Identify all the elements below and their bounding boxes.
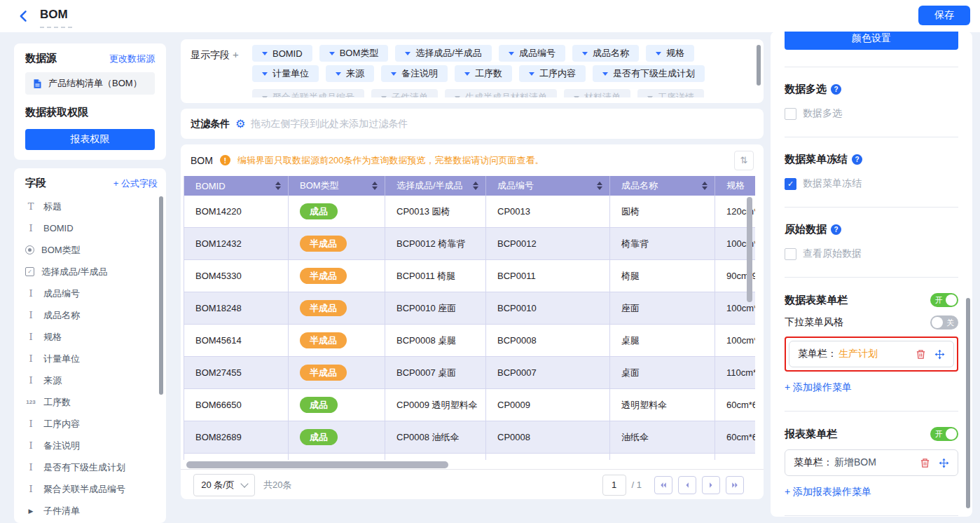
menu-item-value[interactable]: 生产计划 [838, 348, 878, 360]
add-report-menu-link[interactable]: + 添加报表操作菜单 [785, 486, 958, 498]
add-operation-menu-link[interactable]: + 添加操作菜单 [785, 381, 958, 394]
field-item[interactable]: I来源 [25, 369, 158, 391]
report-menu-toggle-on[interactable]: 开 [930, 427, 958, 441]
fields-scrollbar[interactable] [159, 196, 163, 395]
help-icon[interactable]: ? [831, 224, 841, 235]
column-header[interactable]: 选择成品/半成品 [385, 176, 486, 196]
table-row[interactable]: BOM14220成品CP0013 圆椅CP0013圆椅120cm* [184, 196, 755, 228]
move-icon[interactable] [934, 349, 945, 360]
menu-bar-item[interactable]: 菜单栏： 生产计划 [789, 341, 954, 367]
next-page-button[interactable] [702, 476, 720, 494]
field-item[interactable]: I备注说明 [25, 435, 158, 456]
save-button[interactable]: 保存 [918, 6, 970, 25]
chip-label: 规格 [666, 47, 684, 60]
field-item[interactable]: I工序内容 [25, 413, 158, 435]
sort-icon[interactable] [597, 179, 602, 193]
raw-data-checkbox-row[interactable]: 查看原始数据 [785, 247, 958, 260]
table-row[interactable]: BOM27455半成品BCP0007 桌面BCP0007桌面110cm* [184, 357, 755, 389]
field-item[interactable]: T标题 [25, 196, 158, 217]
table-row[interactable]: BOM12432半成品BCP0012 椅靠背BCP0012椅靠背100cm* [184, 228, 755, 260]
column-header[interactable]: 成品编号 [486, 176, 610, 196]
field-item[interactable]: I计量单位 [25, 348, 158, 369]
field-item[interactable]: IBOMID [25, 217, 158, 239]
sort-icon[interactable] [702, 179, 708, 193]
change-datasource-link[interactable]: 更改数据源 [109, 53, 155, 65]
column-header[interactable]: 规格 [715, 176, 755, 196]
field-item[interactable]: ✓选择成品/半成品 [25, 261, 158, 283]
last-page-button[interactable] [726, 476, 744, 494]
display-field-chip[interactable]: 材料清单 [564, 89, 630, 97]
table-row[interactable]: BOM66650成品CP0009 透明塑料伞CP0009透明塑料伞60cm*6 [184, 389, 755, 421]
sort-icon[interactable] [473, 179, 478, 193]
display-field-chip[interactable]: 成品编号 [499, 45, 565, 62]
table-cell [486, 454, 610, 460]
field-item[interactable]: I聚合关联半成品编号 [25, 478, 158, 500]
datasource-item[interactable]: 产品结构清单（BOM） [25, 72, 155, 95]
table-menu-toggle-on[interactable]: 开 [930, 293, 958, 307]
menu-item-value[interactable]: 新增BOM [834, 456, 876, 469]
chevron-down-icon [391, 72, 396, 79]
display-field-chip[interactable]: 工序数 [455, 65, 512, 82]
sort-icon[interactable] [372, 179, 378, 193]
help-icon[interactable]: ? [831, 84, 841, 95]
display-field-chip[interactable]: 来源 [326, 65, 374, 82]
table-row[interactable]: BOM82689成品CP0008 油纸伞CP0008油纸伞60cm*6 [184, 421, 755, 454]
page-number-input[interactable] [602, 475, 626, 496]
table-vertical-scrollbar[interactable] [747, 197, 752, 302]
multi-select-checkbox-row[interactable]: 数据多选 [785, 107, 958, 120]
field-item[interactable]: I成品名称 [25, 304, 158, 326]
field-item[interactable]: I是否有下级生成计划 [25, 456, 158, 478]
prev-page-button[interactable] [678, 476, 696, 494]
back-icon[interactable] [17, 9, 31, 23]
gear-icon[interactable]: ⚙ [235, 117, 245, 130]
display-field-chip[interactable]: BOMID [252, 45, 312, 62]
table-row[interactable]: BOM45330半成品BCP0011 椅腿BCP0011椅腿90cm*9 [184, 260, 755, 292]
field-item[interactable]: ▶子件清单 [25, 500, 158, 522]
filter-dropzone-placeholder[interactable]: 拖动左侧字段到此处来添加过滤条件 [251, 118, 408, 130]
display-field-chip[interactable]: 计量单位 [252, 65, 319, 82]
checkbox-unchecked[interactable] [785, 248, 796, 260]
trash-icon[interactable] [920, 458, 930, 468]
table-sort-toggle-button[interactable]: ⇅ [734, 151, 754, 170]
chips-scrollbar[interactable] [757, 45, 761, 86]
field-item[interactable]: BOM类型 [25, 239, 158, 261]
field-item[interactable]: I成品编号 [25, 283, 158, 304]
checkbox-unchecked[interactable] [785, 108, 796, 120]
display-field-chip[interactable]: 备注说明 [381, 65, 448, 82]
color-settings-button[interactable]: 颜色设置 [785, 32, 958, 50]
display-field-chip[interactable]: 工序详情 [637, 89, 704, 97]
display-field-chip[interactable]: 是否有下级生成计划 [593, 65, 705, 82]
table-cell: 60cm*6 [715, 421, 755, 454]
field-item[interactable]: I规格 [25, 326, 158, 348]
display-field-chip[interactable]: 生成半成品材料清单 [445, 89, 557, 97]
settings-scrollbar[interactable] [966, 298, 970, 508]
page-size-select[interactable]: 20 条/页 [193, 474, 255, 496]
column-header[interactable]: BOMID [184, 176, 289, 196]
first-page-button[interactable] [654, 476, 672, 494]
table-row[interactable]: BOM45614半成品BCP0008 桌腿BCP0008桌腿100cm* [184, 325, 755, 357]
add-display-field-button[interactable]: + [233, 48, 239, 60]
display-field-chip[interactable]: 聚合关联半成品编号 [252, 89, 364, 97]
help-icon[interactable]: ? [852, 154, 862, 165]
menu-freeze-checkbox-row[interactable]: ✓ 数据菜单冻结 [785, 177, 958, 190]
table-horizontal-scrollbar[interactable] [186, 461, 448, 468]
sort-icon[interactable] [275, 179, 281, 193]
field-item[interactable]: 123工序数 [25, 391, 158, 413]
add-formula-field-link[interactable]: + 公式字段 [113, 177, 158, 190]
checkbox-checked[interactable]: ✓ [785, 178, 796, 190]
report-permission-button[interactable]: 报表权限 [25, 129, 155, 150]
column-header[interactable]: BOM类型 [289, 176, 385, 196]
dropdown-style-toggle-off[interactable]: 关 [930, 315, 958, 330]
report-menu-bar-item[interactable]: 菜单栏： 新增BOM [785, 449, 958, 476]
display-field-chip[interactable]: 工序内容 [519, 65, 586, 82]
trash-icon[interactable] [916, 349, 926, 360]
display-field-chip[interactable]: 成品名称 [572, 45, 639, 62]
display-field-chip[interactable]: 规格 [646, 45, 694, 62]
table-row[interactable]: BOM18248半成品BCP0010 座面BCP0010座面100cm* [184, 292, 755, 325]
display-field-chip[interactable]: 子件清单 [371, 89, 438, 97]
display-field-chip[interactable]: 选择成品/半成品 [395, 45, 492, 62]
display-field-chip[interactable]: BOM类型 [319, 45, 389, 62]
column-header[interactable]: 成品名称 [610, 176, 715, 196]
preview-warning-text: 编辑界面只取数据源前200条作为查询数据预览，完整数据请访问页面查看。 [237, 154, 544, 167]
move-icon[interactable] [939, 458, 949, 468]
